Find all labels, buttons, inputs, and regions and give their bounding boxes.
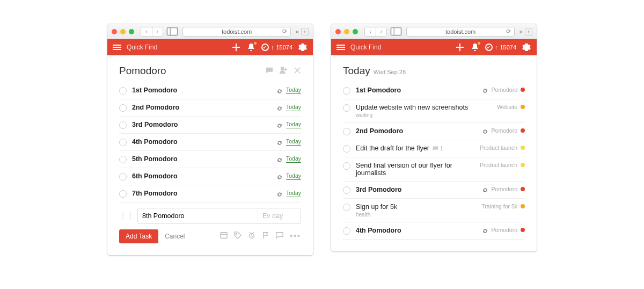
back-button[interactable]: ‹ (141, 27, 152, 36)
new-tab-button[interactable]: + (525, 28, 532, 35)
karma-icon: ✔ (485, 44, 493, 51)
add-task-icon[interactable] (231, 42, 241, 52)
drag-handle-icon[interactable]: ⋮⋮ (119, 212, 134, 220)
comments-icon[interactable] (266, 67, 273, 76)
task-project[interactable]: Pomodoro (492, 186, 517, 192)
content-area: Today Wed Sep 28 1st PomodoroPomodoroUpd… (331, 55, 537, 251)
task-checkbox[interactable] (343, 227, 350, 235)
task-row[interactable]: 7th PomodoroToday (119, 185, 301, 203)
task-checkbox[interactable] (119, 121, 127, 129)
label-icon[interactable] (234, 232, 241, 241)
close-window-icon[interactable] (335, 29, 341, 34)
task-project[interactable]: Product launch (480, 144, 517, 151)
task-row[interactable]: Edit the draft for the flyer1Product lau… (343, 140, 525, 157)
task-project[interactable]: Pomodoro (492, 86, 517, 93)
task-title: 2nd Pomodoro (356, 127, 403, 135)
notifications-icon[interactable] (246, 42, 256, 52)
task-date[interactable]: Today (286, 86, 301, 94)
menu-icon[interactable] (336, 45, 345, 50)
notifications-icon[interactable] (470, 42, 480, 52)
settings-icon[interactable] (522, 42, 531, 52)
reload-icon[interactable]: ⟳ (506, 28, 511, 35)
app-header: Quick Find ✔ ↑ 15074 (331, 39, 537, 55)
task-row[interactable]: 4th PomodoroPomodoro (343, 222, 525, 240)
close-window-icon[interactable] (112, 29, 117, 34)
task-name-input[interactable] (138, 208, 258, 223)
task-title: Sign up for 5k (356, 203, 397, 211)
task-title: 3rd Pomodoro (356, 186, 401, 193)
task-row[interactable]: Sign up for 5khealthTraining for 5k (343, 199, 525, 222)
traffic-lights (335, 29, 358, 34)
minimize-window-icon[interactable] (120, 29, 126, 34)
more-options-icon[interactable]: ••• (290, 232, 301, 241)
minimize-window-icon[interactable] (344, 29, 349, 34)
task-checkbox[interactable] (119, 156, 127, 163)
task-checkbox[interactable] (119, 139, 127, 146)
priority-icon[interactable] (262, 232, 269, 241)
new-tab-button[interactable]: + (301, 28, 309, 35)
task-row[interactable]: 3rd PomodoroPomodoro (343, 182, 525, 199)
task-project[interactable]: Product launch (480, 162, 517, 168)
task-project[interactable]: Website (497, 104, 517, 110)
back-button[interactable]: ‹ (365, 27, 376, 36)
sidebar-toggle-button[interactable] (166, 27, 178, 36)
share-icon[interactable] (280, 67, 287, 76)
search-input[interactable]: Quick Find (127, 44, 157, 51)
project-color-dot (521, 105, 525, 109)
url-bar[interactable]: todoist.com ⟳ (406, 27, 515, 37)
task-row[interactable]: 2nd PomodoroPomodoro (343, 123, 525, 140)
task-checkbox[interactable] (343, 87, 350, 95)
task-row[interactable]: 2nd PomodoroToday (119, 99, 301, 117)
comment-icon[interactable] (276, 232, 283, 241)
task-checkbox[interactable] (119, 87, 127, 95)
forward-button[interactable]: › (152, 27, 163, 36)
task-row[interactable]: 5th PomodoroToday (119, 151, 301, 168)
forward-button[interactable]: › (376, 27, 386, 36)
url-bar[interactable]: todoist.com ⟳ (182, 27, 291, 37)
task-checkbox[interactable] (119, 104, 127, 112)
comment-count[interactable]: 1 (433, 146, 443, 151)
add-task-icon[interactable] (455, 42, 465, 52)
task-checkbox[interactable] (343, 104, 350, 112)
task-checkbox[interactable] (343, 162, 350, 170)
sidebar-toggle-button[interactable] (390, 27, 402, 36)
cancel-button[interactable]: Cancel (165, 233, 185, 240)
task-project[interactable]: Pomodoro (492, 227, 517, 233)
task-checkbox[interactable] (343, 145, 350, 153)
task-date-input[interactable] (258, 208, 301, 223)
task-row[interactable]: 1st PomodoroPomodoro (343, 82, 525, 99)
task-date[interactable]: Today (286, 155, 301, 163)
task-checkbox[interactable] (343, 128, 350, 135)
maximize-window-icon[interactable] (129, 29, 134, 34)
task-row[interactable]: 1st PomodoroToday (119, 82, 301, 99)
karma-score[interactable]: ✔ ↑ 15074 (485, 44, 516, 51)
reminder-icon[interactable] (248, 232, 255, 241)
task-project[interactable]: Training for 5k (481, 203, 517, 209)
task-row[interactable]: Send final version of our flyer for jour… (343, 157, 525, 182)
reload-icon[interactable]: ⟳ (282, 28, 287, 35)
karma-score[interactable]: ✔ ↑ 15074 (261, 44, 292, 51)
task-checkbox[interactable] (343, 186, 350, 194)
task-row[interactable]: 3rd PomodoroToday (119, 117, 301, 134)
maximize-window-icon[interactable] (353, 29, 358, 34)
task-date[interactable]: Today (286, 190, 301, 197)
overflow-icon[interactable]: » (295, 28, 299, 35)
task-date[interactable]: Today (286, 104, 301, 111)
search-input[interactable]: Quick Find (350, 44, 381, 51)
task-checkbox[interactable] (119, 173, 127, 180)
task-row[interactable]: 6th PomodoroToday (119, 168, 301, 185)
overflow-icon[interactable]: » (519, 28, 523, 35)
menu-icon[interactable] (113, 45, 121, 50)
task-checkbox[interactable] (119, 190, 127, 198)
task-checkbox[interactable] (343, 204, 350, 211)
settings-icon[interactable] (298, 42, 308, 52)
task-date[interactable]: Today (286, 121, 301, 128)
task-date[interactable]: Today (286, 138, 301, 146)
task-date[interactable]: Today (286, 172, 301, 180)
project-icon[interactable] (220, 232, 228, 241)
more-icon[interactable] (294, 67, 301, 76)
task-row[interactable]: Update website with new screenshotswaiti… (343, 99, 525, 123)
add-task-button[interactable]: Add Task (119, 229, 158, 243)
task-row[interactable]: 4th PomodoroToday (119, 134, 301, 151)
task-project[interactable]: Pomodoro (492, 127, 517, 134)
